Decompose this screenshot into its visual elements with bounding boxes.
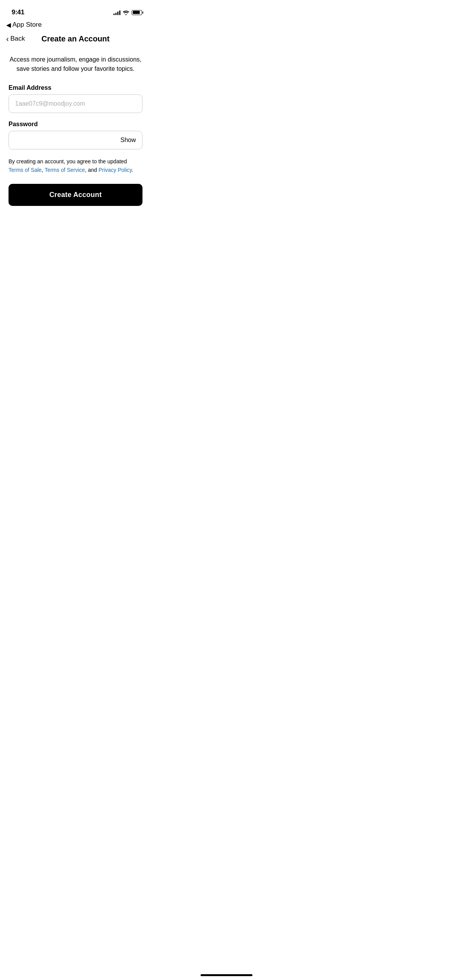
password-label: Password [9, 121, 142, 128]
email-label: Email Address [9, 84, 142, 91]
terms-of-sale-link[interactable]: Terms of Sale [9, 167, 42, 173]
terms-text: By creating an account, you agree to the… [9, 157, 142, 175]
status-time: 9:41 [12, 9, 24, 16]
password-input[interactable] [9, 131, 114, 149]
app-store-nav[interactable]: ◀ App Store [0, 19, 151, 32]
signal-icon [113, 10, 120, 15]
terms-comma: , [42, 167, 45, 173]
wifi-icon [123, 10, 129, 15]
app-store-chevron: ◀ [6, 21, 11, 29]
back-button-label: Back [10, 35, 25, 43]
status-icons [113, 10, 143, 15]
email-input[interactable] [9, 94, 142, 113]
back-button[interactable]: ‹ Back [6, 35, 25, 43]
create-account-button[interactable]: Create Account [9, 184, 142, 206]
subtitle-text: Access more journalism, engage in discus… [9, 55, 142, 74]
show-password-button[interactable]: Show [114, 131, 142, 149]
terms-period: . [132, 167, 134, 173]
email-group: Email Address [9, 84, 142, 113]
status-bar: 9:41 [0, 0, 151, 19]
app-store-label: App Store [12, 21, 42, 29]
terms-and: , and [85, 167, 98, 173]
terms-of-service-link[interactable]: Terms of Service [45, 167, 85, 173]
nav-bar: ‹ Back Create an Account [0, 32, 151, 49]
terms-prefix: By creating an account, you agree to the… [9, 158, 127, 164]
battery-icon [132, 10, 143, 15]
password-group: Password Show [9, 121, 142, 149]
password-wrapper: Show [9, 131, 142, 149]
back-chevron-icon: ‹ [6, 35, 9, 43]
page-title: Create an Account [41, 34, 110, 43]
privacy-policy-link[interactable]: Privacy Policy [98, 167, 132, 173]
main-content: Access more journalism, engage in discus… [0, 49, 151, 221]
